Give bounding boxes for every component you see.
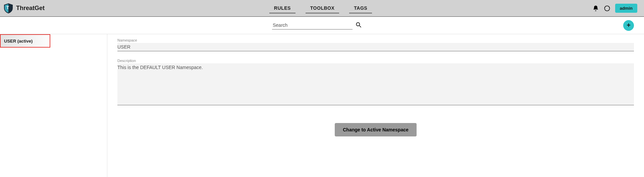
sidebar-item-user[interactable]: USER (active) bbox=[0, 34, 50, 48]
search-wrap bbox=[272, 21, 362, 30]
notifications-icon[interactable] bbox=[592, 5, 599, 12]
main-panel: Namespace Description Change to Active N… bbox=[107, 34, 644, 177]
action-row: Change to Active Namespace bbox=[117, 123, 634, 136]
user-menu-button[interactable]: admin bbox=[615, 4, 637, 13]
plus-icon: + bbox=[627, 21, 631, 29]
sidebar-item-label: USER (active) bbox=[4, 39, 33, 44]
search-icon[interactable] bbox=[355, 21, 362, 29]
namespace-input[interactable] bbox=[117, 43, 634, 51]
content: USER (active) Namespace Description Chan… bbox=[0, 34, 644, 177]
threatget-logo-icon: T bbox=[4, 3, 13, 13]
status-circle-icon[interactable] bbox=[604, 5, 610, 12]
brand-title: ThreatGet bbox=[16, 5, 45, 12]
toolbar: + bbox=[0, 17, 644, 34]
description-field: Description bbox=[117, 59, 634, 106]
svg-point-2 bbox=[356, 22, 360, 26]
brand-block: T ThreatGet bbox=[4, 3, 98, 13]
change-active-namespace-button[interactable]: Change to Active Namespace bbox=[335, 123, 417, 136]
description-label: Description bbox=[117, 59, 634, 63]
nav-tabs: RULES TOOLBOX TAGS bbox=[98, 3, 543, 13]
add-button[interactable]: + bbox=[623, 20, 634, 31]
svg-line-3 bbox=[360, 26, 361, 27]
app-header: T ThreatGet RULES TOOLBOX TAGS admin bbox=[0, 0, 644, 17]
search-input[interactable] bbox=[272, 21, 353, 30]
header-actions: admin bbox=[543, 4, 637, 13]
tab-tags[interactable]: TAGS bbox=[349, 3, 372, 13]
description-textarea[interactable] bbox=[117, 63, 634, 105]
namespace-label: Namespace bbox=[117, 38, 634, 42]
tab-rules[interactable]: RULES bbox=[269, 3, 296, 13]
svg-text:T: T bbox=[6, 5, 9, 10]
svg-point-1 bbox=[604, 6, 609, 11]
namespace-field: Namespace bbox=[117, 38, 634, 51]
sidebar: USER (active) bbox=[0, 34, 107, 177]
tab-toolbox[interactable]: TOOLBOX bbox=[306, 3, 339, 13]
